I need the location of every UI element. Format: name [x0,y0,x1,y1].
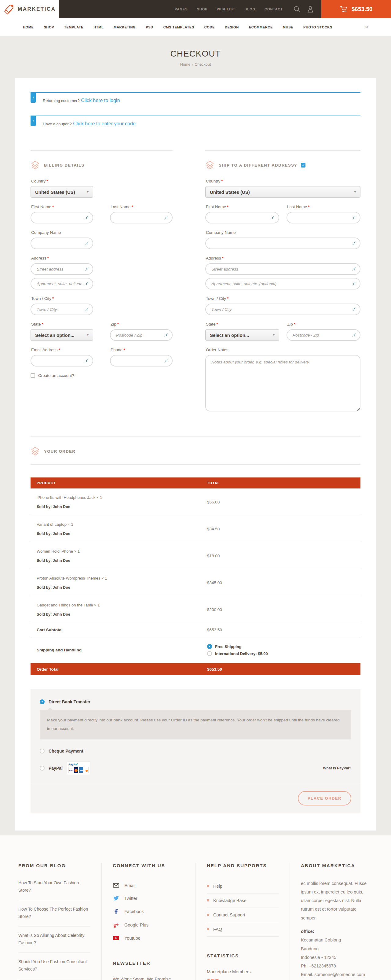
connect-email-link[interactable]: Email [113,879,184,892]
shipping-country-select[interactable]: United States (US) ▼ [205,186,361,198]
top-nav-blog[interactable]: BLOG [244,7,255,11]
order-total-label: Order Total [30,667,207,671]
required-asterisk: * [117,322,119,326]
footer: FROM OUR BLOG How To Start Your Own Fash… [0,835,391,980]
billing-state-select[interactable]: Select an option... ▼ [30,329,93,341]
shipping-zip-field: Zip* [286,322,361,341]
paypal-radio[interactable] [40,766,45,771]
what-is-paypal-link[interactable]: What is PayPal? [323,766,351,770]
country-label: Country [31,179,46,183]
billing-last-name-input[interactable] [111,212,172,223]
menu-design[interactable]: DESIGN [225,25,239,29]
autofill-dart-icon [84,358,89,363]
menu-psd[interactable]: PSD [146,25,153,29]
logo[interactable]: MARKETICA [0,0,59,18]
user-account-icon[interactable] [307,5,314,13]
shipping-state-select[interactable]: Select an option... ▼ [205,329,279,341]
menu-html[interactable]: HTML [94,25,103,29]
billing-first-name-input[interactable] [31,212,92,223]
breadcrumb-home[interactable]: Home [180,62,190,67]
billing-email-input[interactable] [31,355,92,366]
coupon-link[interactable]: Click here to enter your code [73,121,136,126]
shipping-option-international: International Delivery: $5.90 [207,651,268,656]
connect-twitter-link[interactable]: Twitter [113,892,184,905]
faq-link[interactable]: FAQ [207,922,278,937]
shipping-address2-input[interactable] [206,278,360,289]
place-order-button[interactable]: PLACE ORDER [298,791,351,805]
billing-company-input[interactable] [31,238,92,248]
blog-post-link[interactable]: Should You Use Fashion Consultant Servic… [18,953,91,979]
top-nav-wishlist[interactable]: WISHLIST [217,7,235,11]
blog-post-link[interactable]: How To Start Your Own Fashion Store? [18,879,91,900]
shipping-address1-input[interactable] [206,264,360,274]
order-notes-textarea[interactable] [205,355,361,412]
create-account-checkbox[interactable] [30,373,35,378]
autofill-dart-icon [84,307,89,312]
autofill-dart-icon [270,215,275,220]
contact-support-link[interactable]: Contact Support [207,908,278,922]
help-link[interactable]: Help [207,879,278,894]
layers-icon [205,161,215,170]
connect-facebook-link[interactable]: Facebook [113,905,184,918]
billing-country-select[interactable]: United States (US) ▼ [30,186,93,198]
knowledge-base-link[interactable]: Knowladge Base [207,894,278,908]
menu-ecommerce[interactable]: ECOMMERCE [249,25,273,29]
billing-title: BILLING DETAILS [44,163,84,167]
cheque-payment-radio[interactable] [40,749,45,754]
product-total: $345.00 [207,581,222,585]
required-asterisk: * [58,348,60,352]
billing-address-field: Address* [30,256,93,290]
connect-googleplus-link[interactable]: g+ Google Plus [113,918,184,932]
billing-phone-input[interactable] [111,355,172,366]
menu-template[interactable]: TEMPLATE [64,25,83,29]
email-label: Email Address [31,348,57,352]
footer-help-column: HELP AND SUPPORTS Help Knowladge Base Co… [196,863,289,980]
layers-icon [30,161,40,170]
bank-transfer-radio[interactable] [40,699,45,704]
shipping-address-field: Address* [205,256,361,290]
required-asterisk: * [227,296,229,301]
international-delivery-radio[interactable] [207,651,212,656]
shipping-column: SHIP TO A DIFFERENT ADDRESS? Country* Un… [205,150,361,419]
footer-blog-title: FROM OUR BLOG [18,863,91,868]
stat-members-label: Marketplace Members [207,969,278,974]
billing-address2-input[interactable] [31,278,92,289]
menu-muse[interactable]: MUSE [283,25,293,29]
free-shipping-radio[interactable] [207,644,212,649]
top-nav-shop[interactable]: SHOP [197,7,208,11]
blog-post-link[interactable]: What is So Alluring About Celebrity Fash… [18,926,91,953]
connect-youtube-link[interactable]: Youtube [113,932,184,945]
menu-shop[interactable]: SHOP [44,25,54,29]
ship-different-address-checkbox[interactable] [301,163,305,167]
search-icon[interactable] [293,5,300,13]
order-row: Gadget and Things on the Table × 1 Sold … [30,596,361,623]
shipping-last-name-input[interactable] [287,212,360,223]
payment-section: Direct Bank Transfer Make your payment d… [30,689,361,813]
top-nav-pages[interactable]: PAGES [175,7,188,11]
shipping-zip-input[interactable] [287,330,360,340]
shipping-town-input[interactable] [206,304,360,315]
billing-zip-input[interactable] [111,330,172,340]
state-label: State [206,322,216,326]
menu-more-chevrons-icon[interactable]: » [364,26,369,29]
menu-home[interactable]: HOME [23,25,33,29]
shipping-title: SHIP TO A DIFFERENT ADDRESS? [219,163,297,167]
menu-photo-stocks[interactable]: PHOTO STOCKS [304,25,332,29]
top-nav-contact[interactable]: CONTACT [265,7,283,11]
coupon-notice-text: Have a coupon? [43,122,72,126]
required-asterisk: * [308,205,310,209]
blog-post-link[interactable]: How To Choose The Perfect Fashion Store? [18,900,91,926]
menu-cms-templates[interactable]: CMS TEMPLATES [164,25,194,29]
breadcrumb-separator: › [192,62,193,67]
shipping-company-input[interactable] [206,238,360,248]
billing-town-input[interactable] [31,304,92,315]
order-row: Women Hold iPhone × 1 Sold by: John Doe … [30,542,361,569]
login-link[interactable]: Click here to login [81,98,120,103]
cart-button[interactable]: $653.50 [321,0,391,18]
menu-marketing[interactable]: MARKETING [114,25,136,29]
billing-address1-input[interactable] [31,264,92,274]
shipping-town-field: Town / City* [205,296,361,315]
shipping-first-name-input[interactable] [206,212,278,223]
top-nav: PAGES SHOP WISHLIST BLOG CONTACT [175,7,283,11]
menu-code[interactable]: CODE [204,25,215,29]
